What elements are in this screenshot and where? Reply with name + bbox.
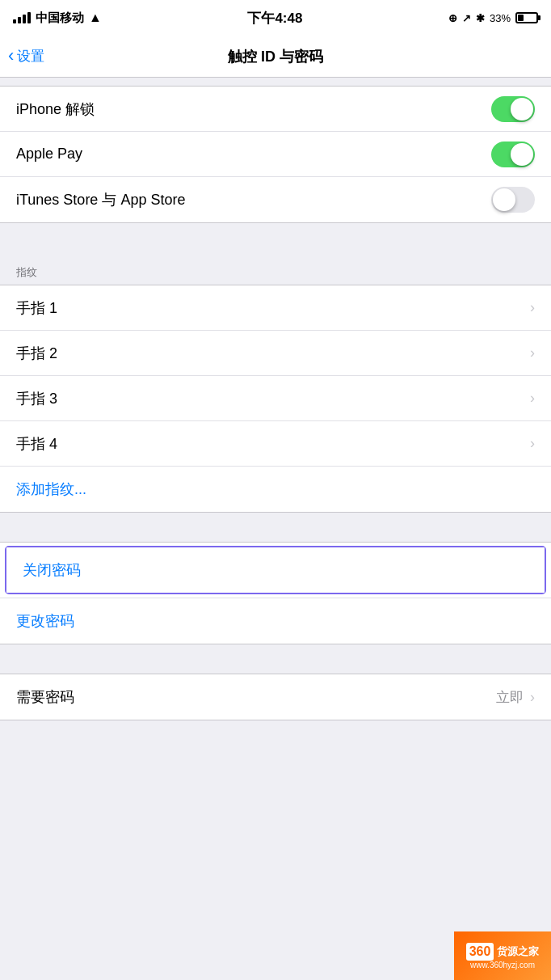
finger-1-right: › xyxy=(530,299,535,316)
watermark-url: www.360hyzj.com xyxy=(470,961,535,969)
battery-icon xyxy=(515,12,538,23)
toggle-thumb-3 xyxy=(493,188,515,211)
finger-1-label: 手指 1 xyxy=(16,298,57,318)
carrier-label: 中国移动 xyxy=(36,11,84,26)
add-fingerprint-label: 添加指纹... xyxy=(16,479,86,499)
finger-1-row[interactable]: 手指 1 › xyxy=(0,285,551,331)
chevron-icon-require: › xyxy=(530,689,535,706)
status-left: 中国移动 ▲ xyxy=(13,11,102,26)
finger-3-label: 手指 3 xyxy=(16,389,57,408)
watermark: 360 货源之家 www.360hyzj.com xyxy=(454,931,551,980)
bottom-spacer xyxy=(0,720,551,750)
fingerprint-list: 手指 1 › 手指 2 › 手指 3 › 手指 4 › 添加指纹... xyxy=(0,285,551,513)
back-label: 设置 xyxy=(17,47,44,65)
direction-icon: ↗ xyxy=(462,12,471,24)
chevron-icon-2: › xyxy=(530,344,535,361)
fingerprint-section-header: 指纹 xyxy=(0,252,551,285)
iphone-unlock-toggle[interactable] xyxy=(491,96,535,122)
change-passcode-row[interactable]: 更改密码 xyxy=(0,598,551,644)
page-title: 触控 ID 与密码 xyxy=(228,47,323,66)
finger-2-label: 手指 2 xyxy=(16,344,57,363)
watermark-text: 货源之家 xyxy=(497,944,539,959)
chevron-icon-3: › xyxy=(530,390,535,407)
itunes-appstore-toggle[interactable] xyxy=(491,187,535,213)
passcode-section: 关闭密码 更改密码 xyxy=(0,542,551,644)
finger-4-row[interactable]: 手指 4 › xyxy=(0,421,551,467)
spacer-3 xyxy=(0,644,551,674)
back-chevron-icon: ‹ xyxy=(8,47,14,65)
turn-off-passcode-wrapper: 关闭密码 xyxy=(0,546,551,598)
bluetooth-icon: ✱ xyxy=(476,12,485,24)
iphone-unlock-row: iPhone 解锁 xyxy=(0,87,551,132)
iphone-unlock-label: iPhone 解锁 xyxy=(16,99,95,119)
require-passcode-label: 需要密码 xyxy=(16,687,74,707)
turn-off-passcode-row[interactable]: 关闭密码 xyxy=(6,547,545,593)
wifi-icon: ▲ xyxy=(89,11,102,25)
spacer-2 xyxy=(0,513,551,542)
require-passcode-section: 需要密码 立即 › xyxy=(0,674,551,720)
chevron-icon-1: › xyxy=(530,299,535,316)
require-passcode-right: 立即 › xyxy=(496,688,535,707)
settings-content: iPhone 解锁 Apple Pay iTunes Store 与 App S… xyxy=(0,78,551,750)
status-right: ⊕ ↗ ✱ 33% xyxy=(448,12,538,24)
apple-pay-toggle[interactable] xyxy=(491,142,535,167)
back-button[interactable]: ‹ 设置 xyxy=(8,47,44,65)
status-bar: 中国移动 ▲ 下午4:48 ⊕ ↗ ✱ 33% xyxy=(0,0,551,36)
apple-pay-row: Apple Pay xyxy=(0,132,551,177)
finger-2-right: › xyxy=(530,344,535,361)
watermark-360: 360 xyxy=(466,943,494,961)
highlighted-border: 关闭密码 xyxy=(5,546,546,594)
chevron-icon-4: › xyxy=(530,435,535,452)
add-fingerprint-row[interactable]: 添加指纹... xyxy=(0,467,551,512)
require-passcode-value: 立即 xyxy=(496,688,524,707)
toggle-thumb-2 xyxy=(511,143,533,166)
apple-pay-label: Apple Pay xyxy=(16,146,82,163)
location-icon: ⊕ xyxy=(448,12,457,24)
finger-3-right: › xyxy=(530,390,535,407)
turn-off-passcode-label: 关闭密码 xyxy=(23,560,81,580)
battery-percent: 33% xyxy=(490,12,511,24)
signal-icon xyxy=(13,12,31,23)
top-spacer xyxy=(0,78,551,86)
nav-bar: ‹ 设置 触控 ID 与密码 xyxy=(0,36,551,78)
finger-2-row[interactable]: 手指 2 › xyxy=(0,331,551,376)
spacer-1 xyxy=(0,223,551,252)
time-label: 下午4:48 xyxy=(247,9,302,27)
toggle-thumb xyxy=(511,98,533,120)
finger-3-row[interactable]: 手指 3 › xyxy=(0,376,551,421)
change-passcode-label: 更改密码 xyxy=(16,611,74,631)
toggle-section: iPhone 解锁 Apple Pay iTunes Store 与 App S… xyxy=(0,86,551,223)
itunes-appstore-row: iTunes Store 与 App Store xyxy=(0,177,551,222)
watermark-top: 360 货源之家 xyxy=(466,943,540,961)
require-passcode-row[interactable]: 需要密码 立即 › xyxy=(0,674,551,720)
finger-4-right: › xyxy=(530,435,535,452)
itunes-appstore-label: iTunes Store 与 App Store xyxy=(16,190,185,209)
finger-4-label: 手指 4 xyxy=(16,434,57,454)
